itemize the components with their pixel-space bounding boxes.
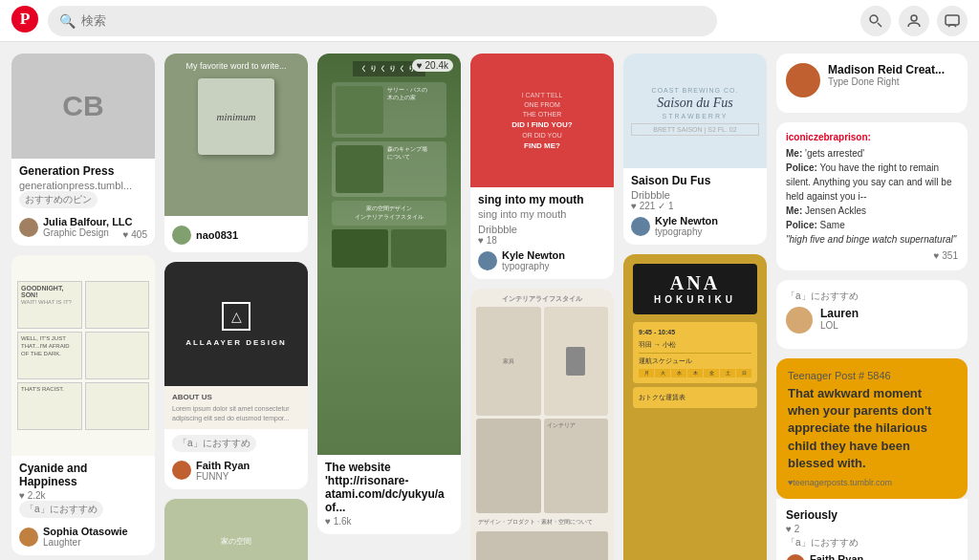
ana-schedule-title: 運航スケジュール (639, 353, 751, 367)
sidebar-tag: 「a」におすすめ (786, 536, 958, 549)
card-overlay-text: My favorite word to write... (185, 61, 286, 71)
sidebar-name: Lauren (820, 307, 859, 320)
ana-route: 羽田 → 小松 (639, 340, 751, 351)
sidebar-conversation-card[interactable]: iconiczebraprison: Me: 'gets arrested' P… (776, 122, 968, 270)
search-bar[interactable]: 🔍 (48, 6, 717, 36)
card-red-line6: FIND ME? (524, 141, 560, 150)
card-red-line4: DID I FIND YOU? (511, 120, 572, 129)
saison-brewery: COAST BREWING CO. (652, 87, 739, 94)
user-row: Kyle Newton typography (478, 249, 606, 271)
hokuriku-title: HOKURIKU (654, 294, 736, 305)
sidebar-user-row: Lauren LOL (786, 307, 958, 334)
box-text: minimum (217, 111, 256, 122)
sidebar-name: Madison Reid Creat... (828, 63, 945, 76)
saison-flavor: STRAWBERRY (662, 113, 728, 119)
user-name: Sophia Otasowie (43, 526, 128, 537)
user-desc: typography (655, 226, 718, 237)
avatar (786, 554, 805, 560)
card-red-line5: OR DID YOU (522, 132, 562, 139)
sidebar-lauren-card[interactable]: 「a」におすすめ Lauren LOL (776, 280, 968, 349)
header-icons (860, 6, 968, 36)
msg-text-3: Jensen Ackles (805, 205, 866, 216)
avatar (19, 528, 38, 547)
sidebar-avatar (786, 307, 813, 334)
header: P 🔍 (0, 0, 979, 42)
user-name: Julia Balfour, LLC (43, 216, 133, 227)
card-title: Generation Press (19, 164, 147, 178)
search-input[interactable] (81, 13, 706, 28)
avatar (478, 251, 497, 270)
user-desc: Graphic Design (43, 227, 133, 238)
profile-icon[interactable] (899, 6, 929, 36)
card-generation-press[interactable]: CB Generation Press generationpress.tumb… (11, 54, 155, 246)
sidebar-madison-card[interactable]: Madison Reid Creat... Type Done Right (776, 54, 968, 113)
svg-text:P: P (20, 9, 31, 28)
sidebar-link: iconiczebraprison: (786, 132, 958, 142)
user-name: Kyle Newton (655, 215, 718, 226)
card-minimum[interactable]: My favorite word to write... minimum nao… (164, 54, 308, 252)
pin-likes: ♥ 18 (478, 235, 606, 246)
logo[interactable]: P (11, 6, 38, 35)
pin-likes: ♥ 2.2k (19, 490, 147, 501)
card-ana[interactable]: ANA HOKURIKU 9:45 - 10:45 羽田 → 小松 運航スケジュ… (623, 254, 767, 560)
search-icon: 🔍 (59, 13, 76, 29)
card-saison[interactable]: COAST BREWING CO. Saison du Fus STRAWBER… (623, 54, 767, 245)
teen-post-footer: ♥teenagerposts.tumblr.com (788, 478, 956, 487)
sidebar-tag: 「a」におすすめ (786, 290, 958, 303)
card-source: generationpress.tumbl... (19, 180, 147, 191)
about-us-text: Lorem ipsum dolor sit amet consectetur a… (172, 404, 300, 423)
svg-line-3 (878, 23, 881, 27)
teen-post-text: That awkward moment when your parents do… (788, 385, 956, 472)
card-jp-header: インテリアライフスタイル (476, 294, 608, 304)
pin-likes: ♥ 1.6k (325, 516, 453, 527)
sidebar-likes: ♥ 351 (786, 250, 958, 261)
card-title: Cyanide and Happiness (19, 462, 147, 488)
card-sub: sing into my mouth (478, 208, 606, 220)
card-red-line1: I CAN'T TELL (522, 92, 563, 98)
user-row: Sophia Otasowie Laughter (19, 526, 147, 548)
card-img-label: 家の空間 (217, 532, 255, 550)
user-desc: typography (502, 261, 565, 271)
ana-fare: おトクな運賃表 (633, 387, 757, 408)
svg-point-2 (870, 15, 878, 23)
pin-likes: ♥ 2 (786, 524, 958, 534)
card-risonare[interactable]: くりくりくり サリー・バスの木の上の家 森のキャンプ場について 家の空間デザイン… (317, 54, 461, 534)
column-1: CB Generation Press generationpress.tumb… (11, 54, 155, 560)
card-likes: ♥ 405 (123, 229, 147, 240)
card-tag: 「a」におすすめ (172, 435, 256, 452)
sidebar-avatar (786, 63, 820, 97)
msg-text-5: "high five and binge watch supernatural" (786, 234, 956, 245)
card-butsugu[interactable]: インテリアライフスタイル 家具 インテリア デザイン・プロダクト・素材・空間につ… (470, 289, 614, 560)
card-about-overlay: ALLAAYER DESIGN (185, 338, 287, 347)
msg-speaker-4: Police: (786, 220, 817, 230)
card-jp-body: デザイン・プロダクト・素材・空間について (476, 516, 608, 528)
column-3: くりくりくり サリー・バスの木の上の家 森のキャンプ場について 家の空間デザイン… (317, 54, 461, 560)
card-cyanide[interactable]: GOODNIGHT, SON! WAIT! WHAT IS IT? WELL, … (11, 255, 155, 555)
msg-speaker-2: Police: (786, 162, 817, 173)
user-name: Faith Ryan (196, 460, 250, 471)
sidebar: Madison Reid Creat... Type Done Right ic… (776, 54, 968, 560)
sidebar-user-row: Madison Reid Creat... Type Done Right (786, 63, 958, 97)
pin-grid: CB Generation Press generationpress.tumb… (11, 54, 968, 560)
msg-speaker-3: Me: (786, 205, 802, 216)
message-icon[interactable] (937, 6, 968, 36)
svg-point-4 (911, 15, 917, 21)
card-sing-mouth[interactable]: I CAN'T TELL ONE FROM THE OTHER DID I FI… (470, 54, 614, 279)
svg-rect-5 (946, 15, 959, 25)
msg-text-1: 'gets arrested' (805, 148, 864, 159)
card-source: Dribbble (631, 189, 759, 201)
card-title: The website 'http://risonare-atami.com/d… (325, 461, 453, 514)
main-content: CB Generation Press generationpress.tumb… (0, 42, 979, 560)
avatar (172, 461, 191, 480)
column-4: I CAN'T TELL ONE FROM THE OTHER DID I FI… (470, 54, 614, 560)
card-tag: 「a」におすすめ (19, 501, 103, 518)
user-row: nao0831 (172, 226, 300, 245)
sidebar-teen-post[interactable]: Teenager Post # 5846 That awkward moment… (776, 358, 968, 560)
user-row: Faith Ryan FUNNY (786, 553, 958, 560)
user-desc: Laughter (43, 537, 128, 548)
card-about-us[interactable]: △ ALLAAYER DESIGN ABOUT US Lorem ipsum d… (164, 262, 308, 489)
lens-icon[interactable] (860, 6, 891, 36)
user-row: Faith Ryan FUNNY (172, 460, 300, 482)
user-desc: FUNNY (196, 471, 250, 482)
card-extra-col2[interactable]: 家の空間 (164, 499, 308, 560)
